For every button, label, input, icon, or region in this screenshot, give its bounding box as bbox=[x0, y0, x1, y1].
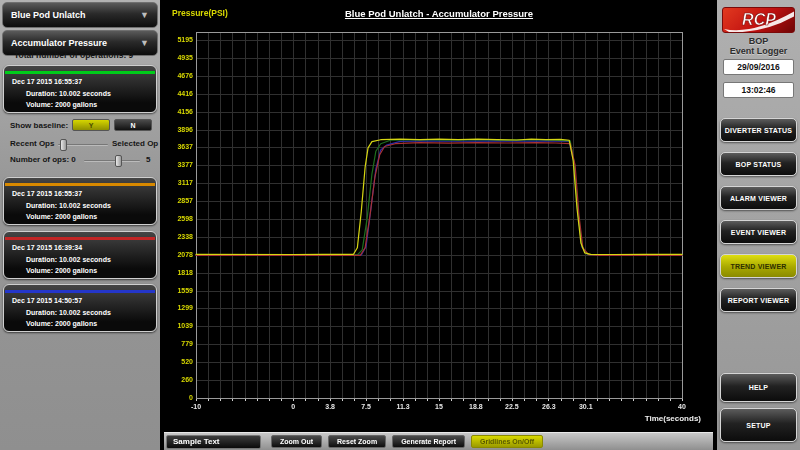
y-tick-label: 4935 bbox=[166, 54, 193, 61]
y-tick-label: 4416 bbox=[166, 90, 193, 97]
operation-card[interactable]: Dec 17 2015 16:39:34 Duration: 10.002 se… bbox=[3, 231, 157, 279]
number-of-ops-max: 5 bbox=[146, 155, 150, 164]
operation-type-value: Blue Pod Unlatch bbox=[11, 10, 86, 20]
gridlines-toggle-button[interactable]: Gridlines On/Off bbox=[471, 435, 543, 448]
time-display: 13:02:46 bbox=[723, 82, 794, 98]
reset-zoom-button[interactable]: Reset Zoom bbox=[328, 435, 386, 448]
operation-duration: Duration: 10.002 seconds bbox=[26, 90, 111, 97]
baseline-no-button[interactable]: N bbox=[114, 119, 152, 131]
operation-date: Dec 17 2015 16:55:37 bbox=[12, 190, 82, 197]
x-tick-label: 0 bbox=[278, 403, 308, 410]
y-tick-label: 1039 bbox=[166, 322, 193, 329]
number-of-ops-slider-handle[interactable] bbox=[115, 155, 122, 167]
y-tick-label: 2338 bbox=[166, 233, 193, 240]
number-of-ops-slider[interactable] bbox=[84, 160, 140, 162]
y-tick-label: 520 bbox=[166, 358, 193, 365]
left-panel: Blue Pod Unlatch ▼ Accumulator Pressure … bbox=[0, 0, 160, 450]
x-tick-label: 22.5 bbox=[497, 403, 527, 410]
nav-event-viewer[interactable]: EVENT VIEWER bbox=[720, 220, 797, 244]
help-button[interactable]: HELP bbox=[720, 373, 797, 402]
y-tick-label: 1818 bbox=[166, 269, 193, 276]
operation-card[interactable]: Dec 17 2015 16:55:37 Duration: 10.002 se… bbox=[3, 177, 157, 225]
x-tick-label: 40 bbox=[667, 403, 697, 410]
y-tick-label: 779 bbox=[166, 340, 193, 347]
y-tick-label: 3377 bbox=[166, 161, 193, 168]
y-tick-label: 3637 bbox=[166, 143, 193, 150]
app-title-line1: BOP bbox=[717, 36, 800, 46]
setup-button[interactable]: SETUP bbox=[720, 408, 797, 442]
y-tick-label: 2078 bbox=[166, 251, 193, 258]
x-tick-label: 30.1 bbox=[571, 403, 601, 410]
total-operations-label: Total number of operations: 9 bbox=[14, 50, 133, 60]
ops-mode-slider-handle[interactable] bbox=[60, 139, 67, 151]
y-tick-label: 5195 bbox=[166, 36, 193, 43]
nav-report-viewer[interactable]: REPORT VIEWER bbox=[720, 288, 797, 312]
logo-text: RCP bbox=[742, 11, 776, 28]
date-display: 29/09/2016 bbox=[723, 59, 794, 75]
show-baseline-label: Show baseline: bbox=[10, 121, 68, 130]
operation-duration: Duration: 10.002 seconds bbox=[26, 309, 111, 316]
y-tick-label: 1299 bbox=[166, 304, 193, 311]
rcp-logo: RCP bbox=[722, 7, 795, 33]
y-tick-label: 3896 bbox=[166, 126, 193, 133]
y-tick-label: 0 bbox=[166, 394, 193, 401]
bottom-toolbar: Sample Text Zoom Out Reset Zoom Generate… bbox=[164, 432, 713, 450]
operation-volume: Volume: 2000 gallons bbox=[26, 320, 97, 327]
app-title: BOP Event Logger bbox=[717, 36, 800, 56]
y-tick-label: 2857 bbox=[166, 197, 193, 204]
operation-date: Dec 17 2015 16:55:37 bbox=[12, 78, 82, 85]
operation-duration: Duration: 10.002 seconds bbox=[26, 202, 111, 209]
x-tick-label: 18.8 bbox=[461, 403, 491, 410]
x-tick-label: 7.5 bbox=[351, 403, 381, 410]
bop-event-logger-app: Blue Pod Unlatch ▼ Accumulator Pressure … bbox=[0, 0, 800, 450]
operation-volume: Volume: 2000 gallons bbox=[26, 267, 97, 274]
operation-color-strip bbox=[5, 183, 155, 186]
trend-chart-panel: Pressure(PSI) Blue Pod Unlatch - Accumul… bbox=[164, 0, 713, 431]
number-of-ops-label: Number of ops: 0 bbox=[10, 155, 76, 164]
selected-operation-card[interactable]: Dec 17 2015 16:55:37 Duration: 10.002 se… bbox=[3, 65, 157, 113]
chevron-down-icon: ▼ bbox=[140, 38, 149, 48]
zoom-out-button[interactable]: Zoom Out bbox=[271, 435, 322, 448]
operation-date: Dec 17 2015 16:39:34 bbox=[12, 244, 82, 251]
x-tick-label: -10 bbox=[181, 403, 211, 410]
nav-bop-status[interactable]: BOP STATUS bbox=[720, 152, 797, 176]
y-tick-label: 4676 bbox=[166, 72, 193, 79]
operation-volume: Volume: 2000 gallons bbox=[26, 213, 97, 220]
recent-ops-label: Recent Ops bbox=[10, 139, 54, 148]
operation-type-dropdown[interactable]: Blue Pod Unlatch ▼ bbox=[2, 2, 158, 28]
selected-op-label: Selected Op bbox=[112, 139, 158, 148]
y-tick-label: 3117 bbox=[166, 179, 193, 186]
x-tick-label: 11.3 bbox=[388, 403, 418, 410]
x-axis-label: Time(seconds) bbox=[645, 414, 701, 423]
x-tick-label: 15 bbox=[424, 403, 454, 410]
chevron-down-icon: ▼ bbox=[140, 10, 149, 20]
y-tick-label: 1559 bbox=[166, 287, 193, 294]
operation-volume: Volume: 2000 gallons bbox=[26, 101, 97, 108]
chart-title: Blue Pod Unlatch - Accumulator Pressure bbox=[196, 8, 682, 19]
operation-color-strip bbox=[5, 237, 155, 240]
operation-color-strip bbox=[5, 71, 155, 74]
y-tick-label: 4156 bbox=[166, 108, 193, 115]
generate-report-button[interactable]: Generate Report bbox=[392, 435, 465, 448]
operation-card[interactable]: Dec 17 2015 14:50:57 Duration: 10.002 se… bbox=[3, 284, 157, 332]
y-tick-label: 260 bbox=[166, 376, 193, 383]
nav-alarm-viewer[interactable]: ALARM VIEWER bbox=[720, 186, 797, 210]
operation-color-strip bbox=[5, 290, 155, 293]
nav-trend-viewer[interactable]: TREND VIEWER bbox=[720, 254, 797, 278]
signal-value: Accumulator Pressure bbox=[11, 38, 107, 48]
nav-diverter-status[interactable]: DIVERTER STATUS bbox=[720, 118, 797, 142]
baseline-yes-button[interactable]: Y bbox=[72, 119, 110, 131]
x-tick-label: 3.8 bbox=[315, 403, 345, 410]
app-title-line2: Event Logger bbox=[717, 46, 800, 56]
operation-date: Dec 17 2015 14:50:57 bbox=[12, 297, 82, 304]
sample-text-field[interactable]: Sample Text bbox=[166, 435, 261, 449]
ops-mode-slider[interactable] bbox=[58, 144, 108, 146]
y-tick-label: 2598 bbox=[166, 215, 193, 222]
right-panel: RCP BOP Event Logger 29/09/2016 13:02:46… bbox=[717, 0, 800, 450]
pressure-trend-plot[interactable] bbox=[164, 0, 713, 431]
x-tick-label: 26.3 bbox=[534, 403, 564, 410]
operation-duration: Duration: 10.002 seconds bbox=[26, 256, 111, 263]
